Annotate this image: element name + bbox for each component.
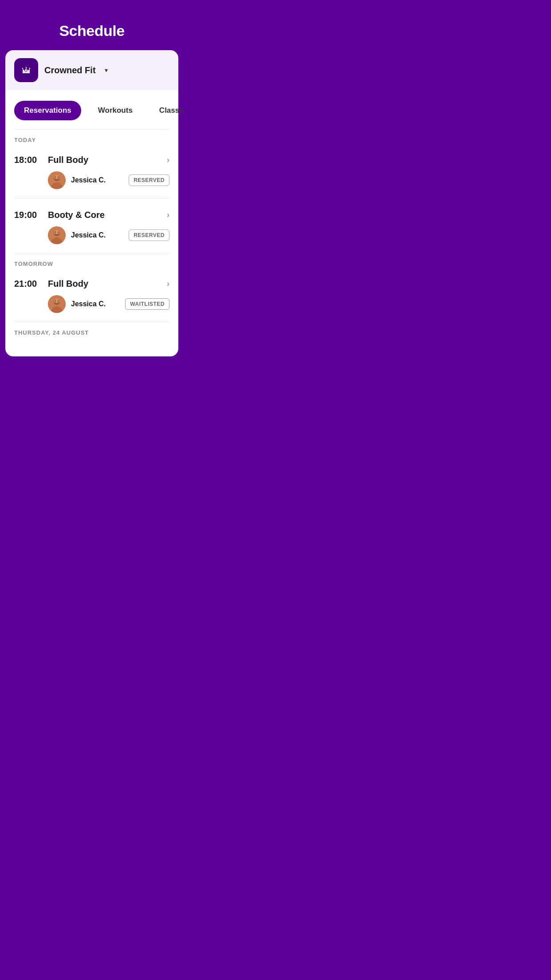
svg-point-20 (55, 300, 56, 302)
svg-point-3 (29, 68, 30, 69)
tab-reservations[interactable]: Reservations (14, 101, 81, 120)
session-header-2[interactable]: 19:00 Booty & Core › (14, 205, 169, 223)
svg-point-15 (58, 232, 59, 233)
session-block-3: 21:00 Full Body › Jessica C. WAITLISTED (14, 274, 169, 318)
participant-name-1: Jessica C. (71, 176, 123, 184)
svg-point-2 (26, 67, 27, 68)
session-name-2: Booty & Core (48, 210, 160, 220)
participant-name-2: Jessica C. (71, 231, 123, 239)
session-divider-1 (14, 198, 169, 198)
session-name-3: Full Body (48, 279, 160, 289)
svg-point-8 (55, 177, 56, 178)
tab-workouts[interactable]: Workouts (88, 101, 142, 120)
svg-point-14 (55, 232, 56, 233)
status-badge-1: RESERVED (129, 174, 169, 186)
main-card: Reservations Workouts Classes TODAY 18:0… (5, 90, 178, 356)
avatar-1 (48, 171, 66, 189)
session-participant-2: Jessica C. RESERVED (48, 223, 169, 249)
page-title: Schedule (9, 22, 175, 40)
session-header-1[interactable]: 18:00 Full Body › (14, 150, 169, 168)
session-divider-2 (14, 253, 169, 253)
svg-point-9 (58, 177, 59, 178)
chevron-down-icon: ▾ (105, 67, 108, 74)
session-time-1: 18:00 (14, 155, 41, 165)
avatar-3 (48, 295, 66, 313)
session-divider-3 (14, 322, 169, 322)
gym-selector[interactable]: Crowned Fit ▾ (5, 50, 178, 90)
session-block-1: 18:00 Full Body › Jessica C. RESERVED (14, 150, 169, 194)
session-name-1: Full Body (48, 155, 160, 165)
status-badge-3: WAITLISTED (125, 298, 169, 310)
gym-name: Crowned Fit (44, 65, 96, 75)
session-block-2: 19:00 Booty & Core › Jessica C. RESERVED (14, 205, 169, 249)
session-time-3: 21:00 (14, 279, 41, 289)
tabs-divider (14, 129, 169, 130)
chevron-right-icon-3: › (167, 279, 169, 288)
svg-point-21 (58, 300, 59, 302)
chevron-right-icon-1: › (167, 155, 169, 165)
session-header-3[interactable]: 21:00 Full Body › (14, 274, 169, 292)
page-header: Schedule (0, 0, 184, 50)
section-label-today: TODAY (14, 137, 169, 143)
section-label-thursday: THURSDAY, 24 AUGUST (14, 329, 169, 336)
section-label-tomorrow: TOMORROW (14, 261, 169, 267)
tabs-row: Reservations Workouts Classes (14, 101, 169, 120)
session-time-2: 19:00 (14, 210, 41, 220)
avatar-2 (48, 226, 66, 244)
status-badge-2: RESERVED (129, 229, 169, 241)
participant-name-3: Jessica C. (71, 300, 120, 308)
chevron-right-icon-2: › (167, 210, 169, 220)
svg-point-1 (22, 68, 23, 69)
gym-logo (14, 58, 38, 82)
tab-classes[interactable]: Classes (150, 101, 184, 120)
session-participant-3: Jessica C. WAITLISTED (48, 292, 169, 318)
session-participant-1: Jessica C. RESERVED (48, 168, 169, 194)
